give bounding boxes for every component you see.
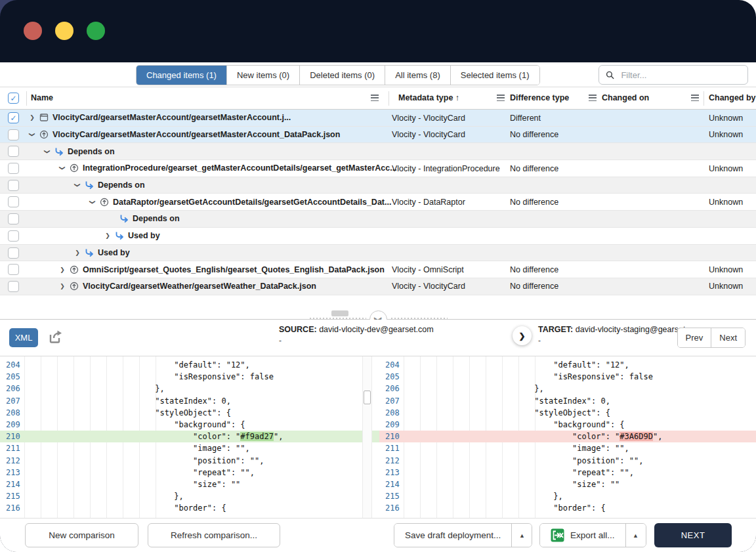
table-row[interactable]: ❯VlocityCard/gearsetMasterAccount/gearse… [0, 127, 756, 144]
row-checkbox[interactable] [8, 196, 19, 207]
code-line: 205 "isResponsive": false [379, 371, 756, 383]
prev-difference-button[interactable]: Prev [678, 328, 712, 347]
metadata-type: Vlocity - IntegrationProcedure [392, 164, 500, 173]
item-name: Used by [128, 231, 160, 240]
difference-type: No difference [510, 164, 558, 173]
dependency-arrow-icon [119, 214, 129, 223]
line-number: 206 [379, 384, 402, 393]
export-menu-button[interactable]: ▲ [625, 524, 646, 547]
share-button[interactable] [46, 328, 66, 347]
metadata-type: Vlocity - DataRaptor [392, 198, 465, 207]
dependency-arrow-icon [85, 248, 94, 257]
row-checkbox[interactable] [8, 146, 19, 157]
tab-new-items-0[interactable]: New items (0) [227, 66, 300, 85]
tab-selected-items-1[interactable]: Selected items (1) [451, 66, 539, 85]
next-step-button[interactable]: NEXT [654, 523, 732, 547]
collapse-chevron-icon[interactable]: ❯ [44, 148, 51, 155]
code-line: 215 }, [379, 490, 756, 502]
row-checkbox[interactable] [8, 230, 19, 242]
datapack-icon [70, 163, 79, 173]
collapse-chevron-icon[interactable]: ❯ [74, 182, 81, 188]
table-row[interactable]: ✓❯VlocityCard/gearsetMasterAccount/gears… [0, 110, 756, 127]
changed-by: Unknown [709, 282, 743, 291]
expand-chevron-icon[interactable]: ❯ [104, 232, 111, 239]
column-menu-icon[interactable] [589, 95, 597, 101]
next-difference-button[interactable]: Next [711, 328, 745, 347]
collapse-chevron-icon[interactable]: ❯ [59, 165, 66, 171]
zoom-button[interactable] [87, 22, 105, 40]
table-row[interactable]: ❯Depends on [0, 143, 756, 160]
xml-format-button[interactable]: XML [9, 328, 38, 347]
save-draft-deployment-button[interactable]: Save draft deployment... [394, 524, 511, 547]
table-row[interactable]: ❯Used by [0, 228, 756, 245]
table-row[interactable]: ❯Used by [0, 245, 756, 262]
search-icon [606, 70, 614, 80]
new-comparison-button[interactable]: New comparison [25, 523, 138, 547]
tab-deleted-items-0[interactable]: Deleted items (0) [300, 66, 385, 85]
close-button[interactable] [24, 22, 42, 40]
line-number: 215 [0, 492, 22, 501]
row-checkbox[interactable] [8, 180, 19, 191]
table-row[interactable]: Depends on [0, 211, 756, 228]
column-menu-icon[interactable] [691, 95, 699, 101]
expand-chevron-icon[interactable]: ❯ [74, 249, 81, 256]
row-checkbox[interactable] [8, 163, 19, 174]
export-split-button: Export all... ▲ [539, 523, 646, 547]
code-line: 209 "background": { [0, 419, 379, 431]
code-line: 204 "default": "12", [379, 359, 756, 371]
export-all-button[interactable]: Export all... [540, 524, 625, 547]
code-line: 204 "default": "12", [0, 359, 379, 371]
column-changed-on[interactable]: Changed on [602, 93, 649, 102]
column-difference-type[interactable]: Difference type [510, 93, 569, 102]
column-menu-icon[interactable] [371, 95, 379, 101]
column-name[interactable]: Name [31, 93, 53, 102]
expand-chevron-icon[interactable]: ❯ [29, 114, 35, 121]
code-line: 214 "size": "" [0, 478, 379, 490]
save-draft-menu-button[interactable]: ▲ [511, 524, 532, 547]
line-number: 204 [0, 360, 22, 370]
refresh-comparison-button[interactable]: Refresh comparison... [148, 523, 280, 547]
metadata-type: Vlocity - VlocityCard [392, 114, 465, 123]
collapse-chevron-icon[interactable]: ❯ [29, 131, 35, 138]
item-tabs: Changed items (1)New items (0)Deleted it… [136, 65, 540, 85]
horizontal-scrollbar-thumb[interactable] [331, 310, 348, 316]
select-all-checkbox[interactable]: ✓ [8, 93, 19, 104]
tab-changed-items-1[interactable]: Changed items (1) [136, 66, 227, 85]
difference-type: No difference [510, 130, 558, 139]
line-number: 211 [379, 444, 402, 453]
direction-chevron-icon: ❯ [513, 326, 532, 345]
expand-chevron-icon[interactable]: ❯ [59, 283, 66, 289]
table-row[interactable]: ❯VlocityCard/gearsetWeather/gearsetWeath… [0, 278, 756, 295]
share-icon [48, 329, 64, 345]
table-row[interactable]: ❯DataRaptor/gearsetGetAccountDetails/gea… [0, 194, 756, 211]
minimize-button[interactable] [55, 22, 74, 40]
row-checkbox[interactable] [8, 129, 19, 140]
table-row[interactable]: ❯OmniScript/gearset_Quotes_English/gears… [0, 261, 756, 278]
collapse-chevron-icon[interactable]: ❯ [89, 199, 96, 205]
line-number: 209 [0, 420, 22, 429]
line-number: 214 [379, 480, 402, 489]
column-changed-by[interactable]: Changed by [709, 93, 756, 102]
column-menu-icon[interactable] [497, 95, 505, 101]
item-name: DataRaptor/gearsetGetAccountDetails/gear… [113, 198, 391, 207]
code-line: 206 }, [379, 383, 756, 394]
column-metadata-type[interactable]: Metadata type ↑ [398, 93, 459, 102]
table-row[interactable]: ❯Depends on [0, 177, 756, 194]
row-checkbox[interactable] [8, 281, 19, 292]
filter-input[interactable] [620, 70, 741, 81]
code-line: 211 "image": "", [379, 442, 756, 454]
item-name: VlocityCard/gearsetMasterAccount/gearset… [52, 130, 340, 139]
table-row[interactable]: ❯IntegrationProcedure/gearset_getMasterA… [0, 160, 756, 177]
vertical-scrollbar-thumb[interactable] [364, 391, 371, 404]
changed-value: #f9ad27 [240, 432, 274, 441]
line-number: 216 [379, 503, 402, 513]
filter-box[interactable] [598, 65, 748, 85]
line-number: 205 [0, 372, 22, 381]
row-checkbox[interactable] [8, 213, 19, 224]
row-checkbox[interactable] [8, 247, 19, 259]
tab-all-items-8[interactable]: All items (8) [385, 66, 451, 85]
code-line: 209 "background": { [379, 419, 756, 431]
row-checkbox[interactable] [8, 264, 19, 275]
row-checkbox[interactable]: ✓ [8, 112, 19, 123]
expand-chevron-icon[interactable]: ❯ [59, 266, 66, 273]
